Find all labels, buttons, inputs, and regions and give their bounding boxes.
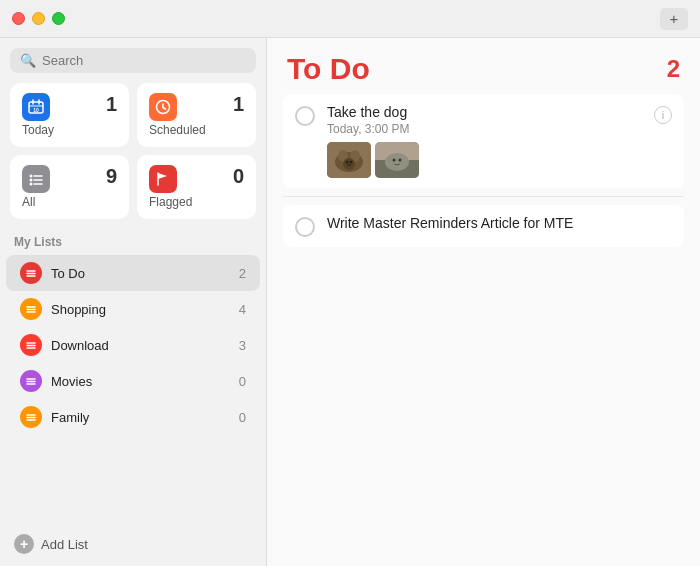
- list-count-shopping: 4: [239, 302, 246, 317]
- task-thumb-1: [327, 142, 371, 178]
- task-thumb-2: [375, 142, 419, 178]
- svg-point-36: [347, 164, 351, 166]
- svg-point-8: [30, 175, 33, 178]
- main-content: To Do 2 Take the dog Today, 3:00 PM: [267, 38, 700, 566]
- smart-list-today[interactable]: 10 1 Today: [10, 83, 129, 147]
- list-icon-todo: [20, 262, 42, 284]
- search-icon: 🔍: [20, 53, 36, 68]
- maximize-button[interactable]: [52, 12, 65, 25]
- list-icon-shopping: [20, 298, 42, 320]
- tasks-list: Take the dog Today, 3:00 PM: [267, 94, 700, 566]
- today-label: Today: [22, 123, 117, 137]
- main-header: To Do 2: [267, 38, 700, 94]
- flagged-count: 0: [233, 165, 244, 188]
- add-reminder-button[interactable]: +: [660, 8, 688, 30]
- list-name-download: Download: [51, 338, 239, 353]
- add-list-label: Add List: [41, 537, 88, 552]
- flagged-icon: [149, 165, 177, 193]
- app-body: 🔍 10 1: [0, 38, 700, 566]
- svg-point-10: [30, 179, 33, 182]
- list-item-movies[interactable]: Movies 0: [6, 363, 260, 399]
- list-name-shopping: Shopping: [51, 302, 239, 317]
- scheduled-label: Scheduled: [149, 123, 244, 137]
- list-count-family: 0: [239, 410, 246, 425]
- scheduled-count: 1: [233, 93, 244, 116]
- task-date-1: Today, 3:00 PM: [327, 122, 654, 136]
- task-checkbox-2[interactable]: [295, 217, 315, 237]
- svg-point-39: [385, 153, 409, 171]
- flagged-label: Flagged: [149, 195, 244, 209]
- list-item-download[interactable]: Download 3: [6, 327, 260, 363]
- svg-point-41: [399, 159, 402, 162]
- svg-text:10: 10: [33, 107, 39, 113]
- list-icon-movies: [20, 370, 42, 392]
- lists-container: To Do 2 Shopping 4: [0, 255, 266, 435]
- task-body-1: Take the dog Today, 3:00 PM: [327, 104, 654, 178]
- scheduled-icon: [149, 93, 177, 121]
- task-item-1: Take the dog Today, 3:00 PM: [283, 94, 684, 188]
- smart-list-scheduled[interactable]: 1 Scheduled: [137, 83, 256, 147]
- list-name-movies: Movies: [51, 374, 239, 389]
- svg-point-34: [346, 161, 349, 164]
- search-input[interactable]: [42, 53, 246, 68]
- close-button[interactable]: [12, 12, 25, 25]
- list-name-family: Family: [51, 410, 239, 425]
- list-count-todo: 2: [239, 266, 246, 281]
- smart-lists-grid: 10 1 Today 1: [0, 83, 266, 229]
- task-thumbnails-1: [327, 142, 654, 178]
- sidebar: 🔍 10 1: [0, 38, 267, 566]
- smart-list-all[interactable]: 9 All: [10, 155, 129, 219]
- all-count: 9: [106, 165, 117, 188]
- today-count: 1: [106, 93, 117, 116]
- search-bar[interactable]: 🔍: [10, 48, 256, 73]
- svg-point-40: [393, 159, 396, 162]
- list-count-download: 3: [239, 338, 246, 353]
- task-info-button-1[interactable]: i: [654, 106, 672, 124]
- main-count: 2: [667, 55, 680, 83]
- list-icon-family: [20, 406, 42, 428]
- task-name-1: Take the dog: [327, 104, 654, 120]
- svg-point-35: [350, 161, 353, 164]
- task-separator: [283, 196, 684, 197]
- list-item-shopping[interactable]: Shopping 4: [6, 291, 260, 327]
- task-body-2: Write Master Reminders Article for MTE: [327, 215, 672, 231]
- all-icon: [22, 165, 50, 193]
- list-item-family[interactable]: Family 0: [6, 399, 260, 435]
- main-title: To Do: [287, 52, 370, 86]
- all-label: All: [22, 195, 117, 209]
- task-checkbox-1[interactable]: [295, 106, 315, 126]
- task-item-2: Write Master Reminders Article for MTE: [283, 205, 684, 247]
- svg-point-12: [30, 183, 33, 186]
- my-lists-header: My Lists: [0, 229, 266, 255]
- svg-line-7: [163, 108, 166, 110]
- traffic-lights: [12, 12, 65, 25]
- today-icon: 10: [22, 93, 50, 121]
- minimize-button[interactable]: [32, 12, 45, 25]
- list-item-todo[interactable]: To Do 2: [6, 255, 260, 291]
- titlebar: +: [0, 0, 700, 38]
- list-icon-download: [20, 334, 42, 356]
- task-name-2: Write Master Reminders Article for MTE: [327, 215, 672, 231]
- list-count-movies: 0: [239, 374, 246, 389]
- smart-list-flagged[interactable]: 0 Flagged: [137, 155, 256, 219]
- add-list-button[interactable]: + Add List: [0, 522, 266, 566]
- add-list-icon: +: [14, 534, 34, 554]
- list-name-todo: To Do: [51, 266, 239, 281]
